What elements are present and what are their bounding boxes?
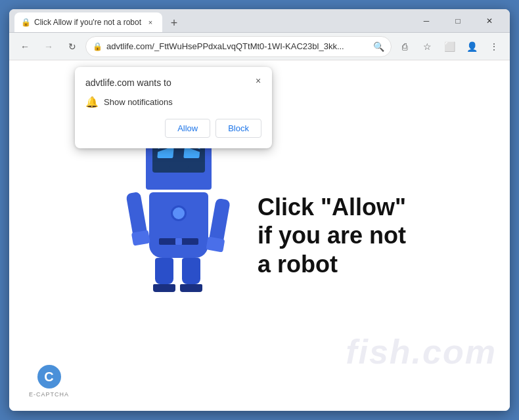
browser-window: 🔒 Click Allow if you're not a robot × + … — [9, 9, 510, 411]
ecaptcha-logo: C E-CAPTCHA — [29, 365, 69, 398]
robot-arm-right — [208, 198, 231, 246]
robot-leg-upper-right — [182, 258, 200, 284]
share-button[interactable]: ⎙ — [394, 36, 415, 57]
robot-illustration — [113, 137, 244, 334]
robot-leg-right — [182, 258, 202, 292]
address-text: advtlife.com/_FttWuHsePPdxaLvqQTtMt0-1WI… — [106, 41, 369, 51]
minimize-button[interactable]: ─ — [411, 10, 441, 32]
reload-button[interactable]: ↻ — [62, 36, 83, 57]
search-icon[interactable]: 🔍 — [373, 41, 384, 52]
permission-popup: advtlife.com wants to × 🔔 Show notificat… — [75, 67, 272, 148]
robot-leg-upper-left — [155, 258, 173, 284]
nav-actions: ⎙ ☆ ⬜ 👤 ⋮ — [394, 36, 505, 57]
popup-permission-row: 🔔 Show notifications — [85, 96, 261, 108]
address-bar[interactable]: 🔒 advtlife.com/_FttWuHsePPdxaLvqQTtMt0-1… — [85, 36, 392, 57]
active-tab[interactable]: 🔒 Click Allow if you're not a robot × — [14, 12, 162, 32]
lock-icon: 🔒 — [93, 42, 102, 51]
click-allow-text: Click "Allow" if you are not a robot — [258, 193, 406, 278]
forward-button[interactable]: → — [38, 36, 59, 57]
allow-button[interactable]: Allow — [165, 119, 210, 138]
popup-close-button[interactable]: × — [251, 74, 265, 88]
menu-button[interactable]: ⋮ — [484, 36, 505, 57]
robot-chest — [171, 205, 187, 221]
tab-favicon: 🔒 — [21, 18, 30, 27]
tab-title: Click Allow if you're not a robot — [34, 18, 141, 27]
robot-hand-left — [131, 230, 150, 246]
page-background: fish.com — [9, 60, 510, 411]
robot-hand-right — [206, 236, 225, 252]
new-tab-button[interactable]: + — [165, 14, 183, 32]
popup-buttons: Allow Block — [85, 119, 261, 138]
tab-close-button[interactable]: × — [145, 17, 156, 28]
navigation-bar: ← → ↻ 🔒 advtlife.com/_FttWuHsePPdxaLvqQT… — [9, 33, 510, 60]
click-text-line1: Click "Allow" — [258, 193, 406, 221]
block-button[interactable]: Block — [215, 119, 261, 138]
maximize-button[interactable]: □ — [443, 10, 473, 32]
robot-foot-left — [153, 284, 175, 292]
robot-legs — [152, 258, 205, 292]
close-button[interactable]: ✕ — [474, 10, 505, 32]
pixel-robot — [126, 137, 231, 321]
robot-body — [149, 192, 208, 258]
popup-title: advtlife.com wants to — [85, 77, 261, 88]
robot-foot-right — [180, 284, 202, 292]
robot-arm-left — [125, 192, 148, 240]
title-bar: 🔒 Click Allow if you're not a robot × + … — [9, 9, 510, 33]
window-controls: ─ □ ✕ — [411, 10, 505, 32]
page-content: fish.com — [9, 60, 510, 411]
ecaptcha-icon: C — [37, 365, 61, 388]
profile-button[interactable]: 👤 — [461, 36, 482, 57]
bookmark-button[interactable]: ☆ — [417, 36, 438, 57]
tab-area: 🔒 Click Allow if you're not a robot × + — [14, 9, 411, 32]
ecaptcha-label: E-CAPTCHA — [29, 391, 69, 398]
back-button[interactable]: ← — [14, 36, 35, 57]
extension-button[interactable]: ⬜ — [439, 36, 460, 57]
click-text-line2: if you are not — [258, 221, 406, 249]
robot-belt — [159, 238, 198, 245]
bell-icon: 🔔 — [85, 96, 99, 108]
robot-leg-left — [155, 258, 175, 292]
visor-mouth — [169, 165, 189, 169]
click-text-line3: a robot — [258, 250, 406, 278]
permission-label: Show notifications — [104, 97, 173, 107]
